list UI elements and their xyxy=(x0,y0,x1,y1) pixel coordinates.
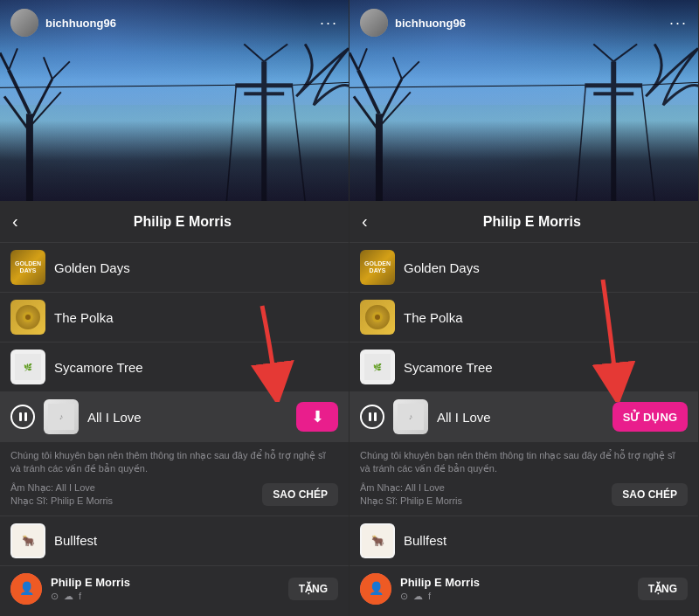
song-title-active: All I Love xyxy=(87,410,296,425)
svg-line-42 xyxy=(593,44,613,61)
album-cover-sycamore: 🌿 xyxy=(10,350,45,384)
svg-rect-11 xyxy=(244,92,284,95)
meta-line2: Nhạc Sĩ: Philip E Morris xyxy=(360,495,462,508)
album-cover-golden: GOLDEN DAYS xyxy=(10,250,45,285)
artist-info: Philip E Morris ⊙ ☁ f xyxy=(400,576,638,602)
svg-line-2 xyxy=(30,79,52,122)
svg-line-31 xyxy=(354,96,379,131)
svg-line-6 xyxy=(9,48,17,70)
svg-line-16 xyxy=(0,85,235,87)
svg-line-43 xyxy=(613,44,637,61)
svg-line-7 xyxy=(52,61,70,79)
info-text: Chúng tôi khuyên bạn nên thêm thông tin … xyxy=(10,449,338,476)
more-options-button[interactable]: ··· xyxy=(320,14,338,32)
svg-line-34 xyxy=(358,48,367,70)
use-button[interactable]: SỬ DỤNG xyxy=(612,402,688,432)
soundcloud-icon[interactable]: ☁ xyxy=(413,591,423,602)
song-title: Sycamore Tree xyxy=(54,360,338,375)
svg-rect-38 xyxy=(585,83,642,87)
svg-rect-39 xyxy=(593,92,633,95)
svg-line-40 xyxy=(576,85,585,201)
soundcloud-icon[interactable]: ☁ xyxy=(64,591,73,602)
list-item-active[interactable]: ♪ All I Love SỬ DỤNG xyxy=(350,392,698,442)
svg-line-15 xyxy=(264,44,287,61)
bullfest-cover: 🐂 xyxy=(360,523,395,558)
album-cover-polka xyxy=(360,300,395,335)
song-title: The Polka xyxy=(404,310,688,325)
bullfest-title: Bullfest xyxy=(54,533,338,548)
svg-line-4 xyxy=(30,92,61,127)
artist-info: Philip E Morris ⊙ ☁ f xyxy=(51,576,288,602)
instagram-icon[interactable]: ⊙ xyxy=(400,591,408,602)
svg-line-30 xyxy=(379,79,402,122)
give-button[interactable]: TẶNG xyxy=(288,578,338,600)
music-header: ‹ Philip E Morris xyxy=(0,201,349,243)
svg-text:👤: 👤 xyxy=(19,581,35,596)
list-item-active[interactable]: ♪ All I Love ⬇ xyxy=(0,392,349,442)
bullfest-cover: 🐂 xyxy=(10,523,45,558)
facebook-icon[interactable]: f xyxy=(428,591,431,602)
artist-name-footer: Philip E Morris xyxy=(51,576,288,589)
song-list: GOLDEN DAYS Golden Days The Polka xyxy=(350,243,698,616)
song-title-active: All I Love xyxy=(437,410,612,425)
song-title: Golden Days xyxy=(404,260,688,275)
svg-line-13 xyxy=(292,85,305,201)
artist-footer: 👤 Philip E Morris ⊙ ☁ f TẶNG xyxy=(350,566,698,612)
pause-button[interactable] xyxy=(360,405,384,429)
svg-line-33 xyxy=(350,52,358,70)
music-header: ‹ Philip E Morris xyxy=(350,201,698,243)
avatar xyxy=(360,9,388,37)
svg-text:🌿: 🌿 xyxy=(24,363,32,371)
svg-point-47 xyxy=(375,315,380,320)
svg-text:🐂: 🐂 xyxy=(22,534,35,547)
meta-line1: Âm Nhạc: All I Love xyxy=(10,481,113,495)
more-options-button[interactable]: ··· xyxy=(669,14,688,32)
meta-line2: Nhạc Sĩ: Philip E Morris xyxy=(10,495,113,508)
avatar xyxy=(10,9,38,37)
song-list: GOLDEN DAYS Golden Days The Polka xyxy=(0,243,349,616)
copy-button[interactable]: SAO CHÉP xyxy=(612,483,688,506)
album-cover-polka xyxy=(10,300,45,335)
info-section: Chúng tôi khuyên bạn nên thêm thông tin … xyxy=(0,442,349,516)
list-item[interactable]: 🌿 Sycamore Tree xyxy=(0,343,349,392)
svg-rect-37 xyxy=(611,61,616,201)
artist-name-footer: Philip E Morris xyxy=(400,576,638,589)
list-item[interactable]: 🌿 Sycamore Tree xyxy=(350,343,698,392)
list-item[interactable]: The Polka xyxy=(0,293,349,343)
svg-text:👤: 👤 xyxy=(369,581,384,596)
list-item[interactable]: GOLDEN DAYS Golden Days xyxy=(350,243,698,293)
bullfest-item[interactable]: 🐂 Bullfest xyxy=(350,516,698,566)
copy-button[interactable]: SAO CHÉP xyxy=(262,483,338,506)
svg-line-41 xyxy=(641,85,654,201)
facebook-icon[interactable]: f xyxy=(79,591,81,602)
list-item[interactable]: The Polka xyxy=(350,293,698,343)
artist-avatar: 👤 xyxy=(10,573,42,605)
info-text: Chúng tôi khuyên bạn nên thêm thông tin … xyxy=(360,449,688,476)
song-title: Golden Days xyxy=(54,260,338,275)
album-cover-golden: GOLDEN DAYS xyxy=(360,250,395,285)
instagram-icon[interactable]: ⊙ xyxy=(51,591,59,602)
svg-line-14 xyxy=(244,44,264,61)
pause-button[interactable] xyxy=(10,405,35,429)
artist-title: Philip E Morris xyxy=(378,214,686,230)
username: bichhuong96 xyxy=(395,17,669,30)
back-button[interactable]: ‹ xyxy=(12,211,18,232)
svg-line-35 xyxy=(402,61,419,79)
album-cover-sycamore: 🌿 xyxy=(360,350,395,384)
info-meta: Âm Nhạc: All I Love Nhạc Sĩ: Philip E Mo… xyxy=(360,481,688,509)
svg-line-12 xyxy=(226,85,236,201)
svg-text:🌿: 🌿 xyxy=(373,363,382,371)
bullfest-item[interactable]: 🐂 Bullfest xyxy=(0,516,349,566)
svg-text:♪: ♪ xyxy=(59,412,64,421)
svg-rect-10 xyxy=(235,83,293,87)
svg-line-3 xyxy=(4,96,30,131)
svg-rect-9 xyxy=(261,61,266,201)
download-button[interactable]: ⬇ xyxy=(296,402,338,432)
give-button[interactable]: TẶNG xyxy=(638,578,688,600)
back-button[interactable]: ‹ xyxy=(362,211,368,232)
list-item[interactable]: GOLDEN DAYS Golden Days xyxy=(0,243,349,293)
info-section: Chúng tôi khuyên bạn nên thêm thông tin … xyxy=(350,442,698,516)
song-title: Sycamore Tree xyxy=(404,360,688,375)
svg-line-44 xyxy=(350,85,585,87)
album-cover-alllove: ♪ xyxy=(393,399,428,434)
